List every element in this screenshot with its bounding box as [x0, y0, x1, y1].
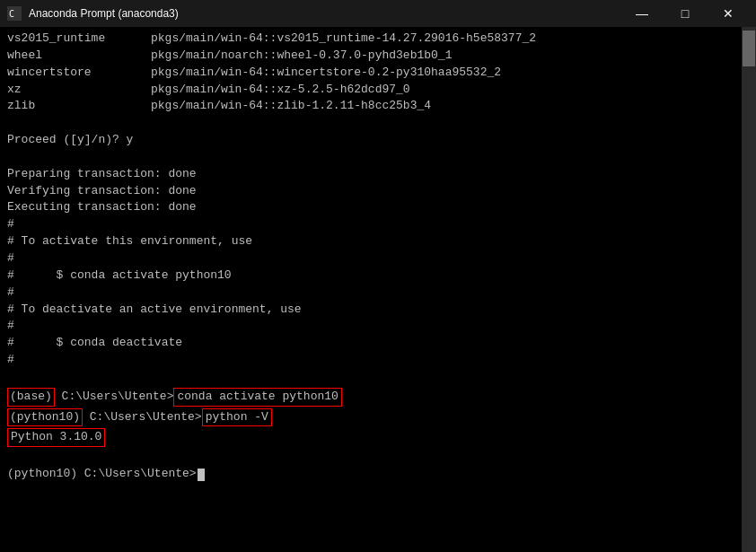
base-badge: (base): [7, 388, 55, 407]
window-title: Anaconda Prompt (anaconda3): [29, 7, 621, 20]
svg-text:C: C: [9, 9, 14, 19]
python10-badge: (python10): [7, 408, 83, 427]
python-version-output: Python 3.10.0: [7, 428, 105, 447]
prompt-line-1: (base) C:\Users\Utente> conda activate p…: [7, 388, 733, 407]
final-prompt: (python10) C:\Users\Utente>: [7, 466, 197, 483]
close-button[interactable]: ✕: [708, 0, 749, 27]
prompt-line-3: (python10) C:\Users\Utente>: [7, 466, 733, 483]
deactivate-msg: # To deactivate an active environment, u…: [7, 302, 733, 319]
verifying-transaction: Verifying transaction: done: [7, 183, 733, 200]
executing-transaction: Executing transaction: done: [7, 199, 733, 216]
scrollbar-thumb[interactable]: [743, 31, 755, 66]
proceed-prompt: Proceed ([y]/n)? y: [7, 132, 733, 149]
scrollbar[interactable]: [742, 27, 756, 552]
prompt2-path: C:\Users\Utente>: [83, 409, 202, 426]
title-bar: C Anaconda Prompt (anaconda3) — □ ✕: [0, 0, 756, 27]
list-item: wheel pkgs/main/noarch::wheel-0.37.0-pyh…: [7, 48, 733, 65]
python-v-command: python -V: [202, 408, 272, 427]
prompt-line-2: (python10) C:\Users\Utente> python -V: [7, 408, 733, 427]
list-item: zlib pkgs/main/win-64::zlib-1.2.11-h8cc2…: [7, 98, 733, 115]
list-item: vs2015_runtime pkgs/main/win-64::vs2015_…: [7, 31, 733, 48]
terminal-content: vs2015_runtime pkgs/main/win-64::vs2015_…: [7, 31, 749, 483]
list-item: wincertstore pkgs/main/win-64::wincertst…: [7, 65, 733, 82]
app-icon: C: [7, 6, 22, 21]
minimize-button[interactable]: —: [621, 0, 663, 27]
deactivate-cmd-comment: # $ conda deactivate: [7, 335, 733, 352]
hash-line-3: #: [7, 285, 733, 302]
terminal-body[interactable]: vs2015_runtime pkgs/main/win-64::vs2015_…: [0, 27, 756, 552]
conda-activate-command: conda activate python10: [173, 388, 341, 407]
activate-msg: # To activate this environment, use: [7, 233, 733, 250]
cursor: [198, 469, 205, 481]
main-window: C Anaconda Prompt (anaconda3) — □ ✕ vs20…: [0, 0, 756, 552]
python-version-line: Python 3.10.0: [7, 428, 733, 447]
hash-line-1: #: [7, 216, 733, 233]
maximize-button[interactable]: □: [664, 0, 706, 27]
prompt1-path: C:\Users\Utente>: [55, 389, 174, 406]
activate-cmd-comment: # $ conda activate python10: [7, 267, 733, 285]
hash-line-4: #: [7, 318, 733, 335]
list-item: xz pkgs/main/win-64::xz-5.2.5-h62dcd97_0: [7, 82, 733, 99]
window-controls: — □ ✕: [621, 0, 749, 27]
hash-line-2: #: [7, 250, 733, 267]
preparing-transaction: Preparing transaction: done: [7, 166, 733, 183]
hash-line-5: #: [7, 352, 733, 369]
